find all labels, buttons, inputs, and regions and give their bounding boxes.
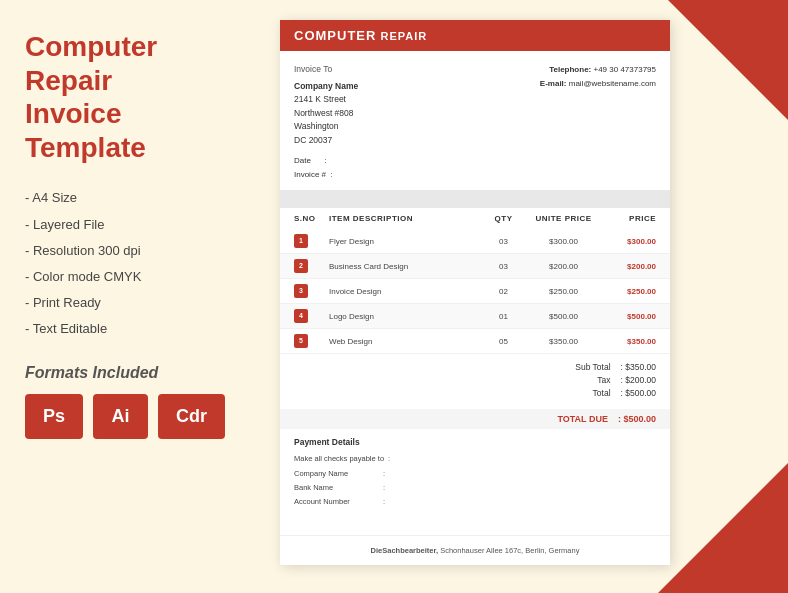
- payment-title: Payment Details: [294, 437, 656, 447]
- date-line: Date :: [294, 154, 358, 168]
- th-price: PRICE: [601, 214, 656, 223]
- payment-label-2: Company Name: [294, 467, 379, 481]
- gray-band: [280, 190, 670, 208]
- telephone-label: Telephone:: [549, 65, 591, 74]
- payment-colon-4: :: [383, 495, 385, 509]
- totals-section: Sub Total : $350.00 Tax : $200.00 Total …: [280, 354, 670, 409]
- row-unit-4: $500.00: [526, 312, 601, 321]
- row-price-5: $350.00: [601, 337, 656, 346]
- th-sno: S.NO: [294, 214, 329, 223]
- payment-row-1: Make all checks payable to :: [294, 452, 656, 466]
- main-title: Computer Repair Invoice Template: [25, 30, 240, 164]
- row-desc-2: Business Card Design: [329, 262, 481, 271]
- invoice-to-label: Invoice To: [294, 63, 358, 77]
- row-price-2: $200.00: [601, 262, 656, 271]
- row-num-3: 3: [294, 284, 329, 298]
- row-unit-5: $350.00: [526, 337, 601, 346]
- table-row: 3 Invoice Design 02 $250.00 $250.00: [280, 279, 670, 304]
- formats-title: Formats Included: [25, 364, 240, 382]
- address-2: Northwest #808: [294, 107, 358, 121]
- payment-colon-1: :: [388, 452, 390, 466]
- row-price-4: $500.00: [601, 312, 656, 321]
- row-desc-5: Web Design: [329, 337, 481, 346]
- footer-address: Schonhauser Allee 167c, Berlin, Germany: [440, 546, 579, 555]
- table-row: 1 Flyer Design 03 $300.00 $300.00: [280, 229, 670, 254]
- total-value: : $500.00: [621, 388, 656, 398]
- row-num-1: 1: [294, 234, 329, 248]
- row-num-4: 4: [294, 309, 329, 323]
- telephone-value: +49 30 47373795: [593, 65, 656, 74]
- total-line: Total : $500.00: [294, 388, 656, 398]
- row-num-2: 2: [294, 259, 329, 273]
- format-cdr: Cdr: [158, 394, 225, 439]
- th-unit: UNITE PRICE: [526, 214, 601, 223]
- invoice-top: Invoice To Company Name 2141 K Street No…: [280, 51, 670, 190]
- header-computer: COMPUTER: [294, 28, 376, 43]
- row-unit-3: $250.00: [526, 287, 601, 296]
- feature-item: Layered File: [25, 216, 240, 234]
- row-unit-1: $300.00: [526, 237, 601, 246]
- feature-item: Resolution 300 dpi: [25, 242, 240, 260]
- feature-item: Text Editable: [25, 320, 240, 338]
- row-qty-5: 05: [481, 337, 526, 346]
- total-due-label: TOTAL DUE: [557, 414, 608, 424]
- address-1: 2141 K Street: [294, 93, 358, 107]
- left-panel: Computer Repair Invoice Template A4 Size…: [0, 0, 265, 593]
- row-unit-2: $200.00: [526, 262, 601, 271]
- payment-label-4: Account Number: [294, 495, 379, 509]
- subtotal-value: : $350.00: [621, 362, 656, 372]
- title-line1: Computer Repair: [25, 30, 240, 97]
- row-price-3: $250.00: [601, 287, 656, 296]
- row-qty-2: 03: [481, 262, 526, 271]
- footer-brand: DieSachbearbeiter,: [371, 546, 439, 555]
- total-due-value: : $500.00: [618, 414, 656, 424]
- right-area: COMPUTER REPAIR Telephone: +49 30 473737…: [265, 0, 788, 593]
- payment-fields: Make all checks payable to : Company Nam…: [294, 452, 656, 509]
- format-ai: Ai: [93, 394, 148, 439]
- table-row: 4 Logo Design 01 $500.00 $500.00: [280, 304, 670, 329]
- th-qty: QTY: [481, 214, 526, 223]
- th-desc: ITEM DESCRIPTION: [329, 214, 481, 223]
- table-row: 5 Web Design 05 $350.00 $350.00: [280, 329, 670, 354]
- subtotal-label: Sub Total: [575, 362, 610, 372]
- tax-value: : $200.00: [621, 375, 656, 385]
- payment-label-1: Make all checks payable to: [294, 452, 384, 466]
- table-header: S.NO ITEM DESCRIPTION QTY UNITE PRICE PR…: [280, 208, 670, 229]
- tax-line: Tax : $200.00: [294, 375, 656, 385]
- payment-row-4: Account Number :: [294, 495, 656, 509]
- payment-row-2: Company Name :: [294, 467, 656, 481]
- invoice-header: COMPUTER REPAIR: [280, 20, 670, 51]
- footer-text: DieSachbearbeiter, Schonhauser Allee 167…: [371, 546, 580, 555]
- feature-item: Print Ready: [25, 294, 240, 312]
- row-desc-1: Flyer Design: [329, 237, 481, 246]
- invoice-num-line: Invoice # :: [294, 168, 358, 182]
- row-qty-1: 03: [481, 237, 526, 246]
- address-3: Washington: [294, 120, 358, 134]
- payment-label-3: Bank Name: [294, 481, 379, 495]
- feature-item: A4 Size: [25, 189, 240, 207]
- email-line: E-mail: mail@websitename.com: [540, 77, 656, 91]
- row-desc-3: Invoice Design: [329, 287, 481, 296]
- address-4: DC 20037: [294, 134, 358, 148]
- invoice-contact: Telephone: +49 30 47373795 E-mail: mail@…: [540, 63, 656, 182]
- feature-item: Color mode CMYK: [25, 268, 240, 286]
- invoice-to-section: Invoice To Company Name 2141 K Street No…: [294, 63, 358, 182]
- row-num-5: 5: [294, 334, 329, 348]
- row-price-1: $300.00: [601, 237, 656, 246]
- company-name: Company Name: [294, 80, 358, 94]
- table-row: 2 Business Card Design 03 $200.00 $200.0…: [280, 254, 670, 279]
- payment-colon-2: :: [383, 467, 385, 481]
- title-line2: Invoice Template: [25, 97, 240, 164]
- total-label: Total: [593, 388, 611, 398]
- format-badges: Ps Ai Cdr: [25, 394, 240, 439]
- invoice-footer: DieSachbearbeiter, Schonhauser Allee 167…: [280, 535, 670, 565]
- format-ps: Ps: [25, 394, 83, 439]
- email-value: mail@websitename.com: [569, 79, 656, 88]
- telephone-line: Telephone: +49 30 47373795: [540, 63, 656, 77]
- payment-row-3: Bank Name :: [294, 481, 656, 495]
- tax-label: Tax: [597, 375, 610, 385]
- row-qty-3: 02: [481, 287, 526, 296]
- payment-section: Payment Details Make all checks payable …: [280, 429, 670, 517]
- row-desc-4: Logo Design: [329, 312, 481, 321]
- payment-colon-3: :: [383, 481, 385, 495]
